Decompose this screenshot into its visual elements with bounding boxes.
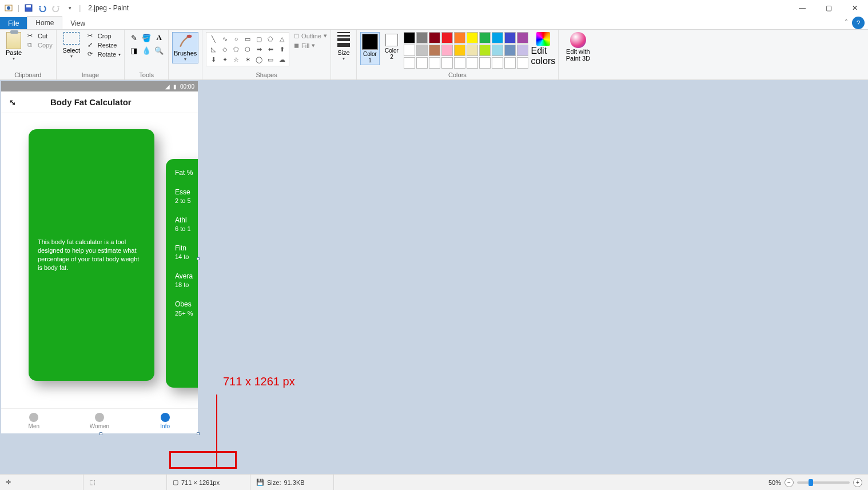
shape-rtriangle[interactable]: ◺ bbox=[208, 45, 218, 54]
size-button[interactable]: Size ▾ bbox=[335, 32, 353, 61]
tab-file[interactable]: File bbox=[0, 17, 27, 29]
palette-color[interactable] bbox=[479, 45, 491, 56]
shape-pentagon[interactable]: ⬠ bbox=[231, 45, 241, 54]
palette-color[interactable] bbox=[429, 45, 440, 56]
paint-app-icon[interactable] bbox=[2, 2, 15, 14]
palette-color[interactable] bbox=[454, 57, 465, 69]
magnifier-tool[interactable]: 🔍 bbox=[153, 45, 165, 56]
customize-qat-button[interactable]: ▾ bbox=[63, 2, 76, 14]
shape-arrow-l[interactable]: ⬅ bbox=[265, 45, 276, 54]
resize-handle-bottom[interactable] bbox=[99, 432, 102, 435]
palette-color[interactable] bbox=[467, 45, 478, 56]
palette-color[interactable] bbox=[441, 45, 453, 56]
palette-color[interactable] bbox=[441, 57, 453, 69]
palette-color[interactable] bbox=[517, 57, 528, 69]
cut-button[interactable]: ✂Cut bbox=[27, 32, 53, 40]
shape-triangle[interactable]: △ bbox=[277, 34, 287, 43]
zoom-in-button[interactable]: + bbox=[853, 478, 862, 487]
palette-color[interactable] bbox=[416, 32, 428, 43]
paste-button[interactable]: Paste ▾ bbox=[3, 32, 24, 61]
shape-callout-rect[interactable]: ▭ bbox=[265, 55, 276, 64]
zoom-slider[interactable] bbox=[797, 481, 850, 484]
canvas[interactable]: ◢ ▮ 00:00 ⤡ Body Fat Calculator This bod… bbox=[1, 81, 198, 433]
palette-color[interactable] bbox=[441, 32, 453, 43]
palette-color[interactable] bbox=[429, 32, 440, 43]
palette-color[interactable] bbox=[454, 45, 465, 56]
shape-rect[interactable]: ▭ bbox=[242, 34, 253, 43]
resize-handle-corner[interactable] bbox=[197, 432, 200, 435]
palette-color[interactable] bbox=[467, 32, 478, 43]
palette-color[interactable] bbox=[454, 32, 465, 43]
color2-button[interactable]: Color 2 bbox=[383, 32, 400, 62]
copy-button[interactable]: ⧉Copy bbox=[27, 41, 53, 49]
palette-color[interactable] bbox=[517, 32, 528, 43]
workspace[interactable]: ◢ ▮ 00:00 ⤡ Body Fat Calculator This bod… bbox=[0, 80, 868, 474]
shape-star6[interactable]: ✶ bbox=[242, 55, 253, 64]
group-label: Colors bbox=[360, 71, 555, 79]
resize-button[interactable]: ⤢Resize bbox=[87, 41, 121, 49]
palette-color[interactable] bbox=[416, 57, 428, 69]
palette-color[interactable] bbox=[404, 32, 415, 43]
palette-color[interactable] bbox=[504, 57, 516, 69]
palette-color[interactable] bbox=[429, 57, 440, 69]
shape-star4[interactable]: ✦ bbox=[220, 55, 230, 64]
palette-color[interactable] bbox=[492, 32, 503, 43]
shape-arrow-d[interactable]: ⬇ bbox=[208, 55, 218, 64]
palette-color[interactable] bbox=[492, 45, 503, 56]
pencil-tool[interactable]: ✎ bbox=[128, 32, 140, 43]
tab-view[interactable]: View bbox=[62, 17, 93, 29]
palette-color[interactable] bbox=[404, 57, 415, 69]
shape-callout-cloud[interactable]: ☁ bbox=[277, 55, 287, 64]
edit-with-paint3d-button[interactable]: Edit with Paint 3D bbox=[562, 32, 594, 62]
undo-button[interactable] bbox=[36, 2, 49, 14]
palette-color[interactable] bbox=[404, 45, 415, 56]
phone-bottom-nav: Men Women Info bbox=[1, 408, 198, 433]
shape-star5[interactable]: ☆ bbox=[231, 55, 241, 64]
collapse-ribbon-button[interactable]: ˆ bbox=[841, 17, 852, 29]
crop-button[interactable]: ✂Crop bbox=[87, 32, 121, 40]
shape-polygon[interactable]: ⬠ bbox=[265, 34, 276, 43]
shape-roundrect[interactable]: ▢ bbox=[254, 34, 264, 43]
shape-arrow-u[interactable]: ⬆ bbox=[277, 45, 287, 54]
minimize-button[interactable]: — bbox=[789, 0, 815, 16]
resize-handle-right[interactable] bbox=[197, 257, 200, 260]
edit-colors-button[interactable]: Edit colors bbox=[532, 32, 555, 66]
shape-line[interactable]: ╲ bbox=[208, 34, 218, 43]
palette-color[interactable] bbox=[504, 32, 516, 43]
statusbar: ✛ ⬚ ▢711 × 1261px 💾Size: 91.3KB 50% − + bbox=[0, 474, 868, 490]
color-picker-tool[interactable]: 💧 bbox=[141, 45, 152, 56]
annotation-text: 711 x 1261 px bbox=[223, 375, 295, 388]
shape-fill-button[interactable]: ◼Fill ▾ bbox=[294, 42, 327, 49]
close-button[interactable]: ✕ bbox=[842, 0, 868, 16]
maximize-button[interactable]: ▢ bbox=[815, 0, 842, 16]
palette-color[interactable] bbox=[492, 57, 503, 69]
shape-diamond[interactable]: ◇ bbox=[220, 45, 230, 54]
redo-button[interactable] bbox=[50, 2, 62, 14]
help-button[interactable]: ? bbox=[852, 17, 865, 29]
shape-hexagon[interactable]: ⬡ bbox=[242, 45, 253, 54]
shape-curve[interactable]: ∿ bbox=[220, 34, 230, 43]
shape-outline-button[interactable]: ◻Outline ▾ bbox=[294, 32, 327, 39]
fill-tool[interactable]: 🪣 bbox=[141, 32, 152, 43]
text-tool[interactable]: A bbox=[153, 32, 165, 43]
zoom-slider-thumb[interactable] bbox=[809, 479, 813, 486]
shapes-gallery[interactable]: ╲ ∿ ○ ▭ ▢ ⬠ △ ◺ ◇ ⬠ ⬡ ➡ ⬅ ⬆ ⬇ ✦ ☆ ✶ ◯ ▭ bbox=[206, 32, 289, 66]
palette-color[interactable] bbox=[479, 32, 491, 43]
palette-color[interactable] bbox=[467, 57, 478, 69]
select-button[interactable]: Select ▾ bbox=[60, 32, 83, 59]
palette-color[interactable] bbox=[517, 45, 528, 56]
shape-oval[interactable]: ○ bbox=[231, 34, 241, 43]
save-button[interactable] bbox=[22, 2, 35, 14]
palette-color[interactable] bbox=[416, 45, 428, 56]
rotate-button[interactable]: ⟳Rotate ▾ bbox=[87, 50, 121, 58]
palette-color[interactable] bbox=[504, 45, 516, 56]
color1-button[interactable]: Color 1 bbox=[360, 32, 380, 65]
zoom-controls: 50% − + bbox=[763, 478, 868, 487]
zoom-out-button[interactable]: − bbox=[785, 478, 794, 487]
shape-arrow-r[interactable]: ➡ bbox=[254, 45, 264, 54]
shape-callout-round[interactable]: ◯ bbox=[254, 55, 264, 64]
brushes-button[interactable]: Brushes ▾ bbox=[172, 32, 198, 63]
tab-home[interactable]: Home bbox=[27, 16, 62, 29]
palette-color[interactable] bbox=[479, 57, 491, 69]
eraser-tool[interactable]: ◨ bbox=[128, 45, 140, 56]
